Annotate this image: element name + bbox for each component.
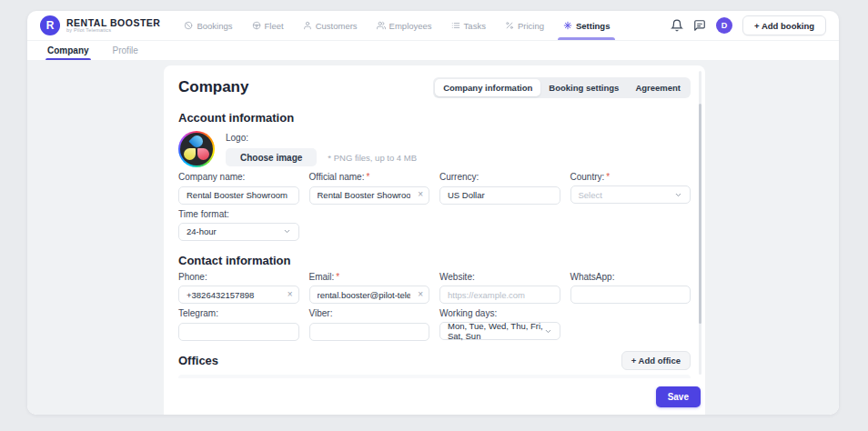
nav-item-pricing[interactable]: Pricing (505, 11, 544, 40)
top-actions: D + Add booking (671, 15, 826, 35)
brand-logo-icon: R (40, 15, 60, 35)
logo-label: Logo: (226, 133, 417, 143)
nav-item-fleet[interactable]: Fleet (252, 11, 284, 40)
add-office-button[interactable]: + Add office (621, 351, 691, 370)
clear-icon[interactable]: × (288, 290, 293, 299)
save-button[interactable]: Save (656, 386, 701, 407)
official-name-input[interactable] (309, 186, 430, 205)
scrollbar-thumb[interactable] (699, 104, 701, 324)
switcher-booking-settings[interactable]: Booking settings (540, 79, 627, 96)
email-field: Email:* × (309, 272, 430, 305)
customers-icon (303, 21, 312, 30)
working-days-select[interactable]: Mon, Tue, Wed, Thu, Fri, Sat, Sun (439, 322, 560, 340)
bookings-icon (184, 21, 193, 30)
country-select[interactable]: Select (570, 185, 691, 204)
pricing-icon (505, 21, 514, 30)
nav-item-settings[interactable]: Settings (563, 11, 610, 40)
website-field: Website: (439, 272, 560, 305)
nav-label: Settings (576, 21, 610, 31)
time-format-select[interactable]: 24-hour (178, 223, 299, 241)
currency-input[interactable] (439, 186, 560, 205)
currency-field: Currency: (439, 172, 560, 205)
contact-information-heading: Contact information (178, 254, 691, 267)
settings-view-switcher: Company information Booking settings Agr… (433, 77, 691, 98)
country-field: Country:* Select (570, 172, 691, 205)
company-settings-panel: Company Company information Booking sett… (164, 65, 705, 415)
telegram-input[interactable] (178, 323, 299, 341)
notifications-bell-icon[interactable] (671, 19, 683, 32)
chevron-down-icon (674, 191, 682, 199)
nav-label: Pricing (518, 21, 544, 31)
company-name-input[interactable] (178, 186, 299, 205)
email-input[interactable] (309, 286, 430, 304)
panel-footer: Save (164, 378, 705, 415)
nav-label: Fleet (265, 21, 284, 31)
settings-scroll-area: Company Company information Booking sett… (164, 65, 705, 378)
company-logo-image (178, 131, 215, 167)
whatsapp-field: WhatsApp: (570, 272, 691, 305)
account-information-heading: Account information (178, 111, 691, 125)
nav-label: Bookings (197, 21, 232, 31)
nav-label: Tasks (464, 21, 486, 31)
nav-label: Employees (389, 21, 432, 31)
tasks-icon (451, 21, 460, 30)
viber-input[interactable] (309, 323, 430, 341)
chevron-down-icon (544, 327, 552, 336)
clear-icon[interactable]: × (418, 190, 423, 199)
switcher-company-information[interactable]: Company information (435, 79, 540, 96)
top-bar: R RENTAL BOOSTER by Pilot Telematics Boo… (27, 11, 839, 40)
offices-heading: Offices (178, 354, 218, 367)
switcher-agreement[interactable]: Agreement (627, 79, 689, 96)
nav-item-employees[interactable]: Employees (377, 11, 432, 40)
settings-tabs: Company Profile (27, 40, 839, 60)
nav-item-bookings[interactable]: Bookings (184, 11, 232, 40)
add-booking-button[interactable]: + Add booking (742, 15, 826, 35)
user-avatar[interactable]: D (716, 17, 732, 34)
employees-icon (377, 21, 386, 30)
nav-item-tasks[interactable]: Tasks (451, 11, 486, 40)
content-area: Company Company information Booking sett… (27, 60, 839, 415)
fleet-icon (252, 21, 261, 30)
choose-image-button[interactable]: Choose image (226, 148, 317, 166)
image-hint: * PNG files, up to 4 MB (328, 153, 417, 163)
tab-company[interactable]: Company (47, 41, 89, 60)
whatsapp-input[interactable] (570, 286, 691, 304)
brand[interactable]: R RENTAL BOOSTER by Pilot Telematics (40, 15, 160, 35)
brand-tagline: by Pilot Telematics (66, 28, 160, 34)
app-window: R RENTAL BOOSTER by Pilot Telematics Boo… (27, 11, 839, 415)
brand-name: RENTAL BOOSTER (66, 18, 160, 28)
telegram-field: Telegram: (178, 308, 299, 341)
tab-profile[interactable]: Profile (113, 41, 138, 60)
official-name-field: Official name:* × (309, 172, 430, 205)
working-days-field: Working days: Mon, Tue, Wed, Thu, Fri, S… (439, 308, 560, 341)
messages-chat-icon[interactable] (693, 19, 706, 32)
clear-icon[interactable]: × (418, 290, 423, 299)
settings-icon (563, 21, 572, 30)
nav-label: Customers (316, 21, 358, 31)
page-title: Company (178, 78, 248, 96)
website-input[interactable] (439, 286, 560, 304)
chevron-down-icon (283, 227, 291, 236)
phone-input[interactable] (178, 286, 299, 304)
main-nav: Bookings Fleet Customers Employees Tasks… (184, 11, 610, 40)
nav-item-customers[interactable]: Customers (303, 11, 358, 40)
time-format-field: Time format: 24-hour (178, 209, 299, 241)
viber-field: Viber: (309, 308, 430, 341)
phone-field: Phone: × (178, 272, 299, 305)
company-name-field: Company name: (178, 172, 299, 205)
